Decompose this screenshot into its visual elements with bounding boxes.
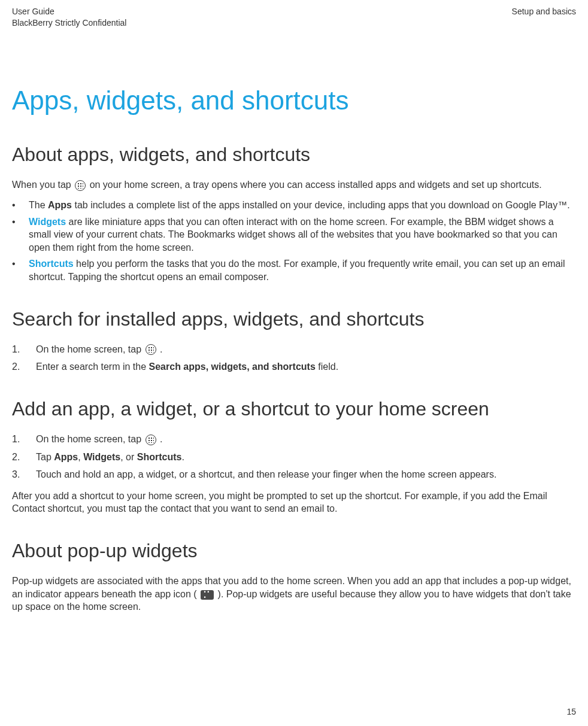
about-bullet-3: • Shortcuts help you perform the tasks t… bbox=[12, 257, 576, 283]
popup-paragraph: Pop-up widgets are associated with the a… bbox=[12, 575, 576, 613]
bullet-tail: are like miniature apps that you can oft… bbox=[29, 217, 557, 253]
bullet-content: Shortcuts help you perform the tasks tha… bbox=[29, 257, 576, 283]
add-after-note: After you add a shortcut to your home sc… bbox=[12, 490, 576, 515]
step-content: Touch and hold an app, a widget, or a sh… bbox=[36, 468, 576, 481]
step-pre: On the home screen, tap bbox=[36, 344, 144, 354]
popup-indicator-icon bbox=[201, 590, 214, 600]
step-number: 3. bbox=[12, 468, 36, 481]
header-left: User Guide BlackBerry Strictly Confident… bbox=[12, 6, 126, 29]
main-title: Apps, widgets, and shortcuts bbox=[12, 83, 576, 118]
bullet-tail: help you perform the tasks that you do t… bbox=[29, 259, 565, 282]
apps-tray-icon bbox=[146, 344, 156, 355]
section-search-title: Search for installed apps, widgets, and … bbox=[12, 306, 576, 332]
sep1: , bbox=[78, 452, 83, 462]
add-step-2: 2. Tap Apps, Widgets, or Shortcuts. bbox=[12, 451, 576, 464]
about-intro-post: on your home screen, a tray opens where … bbox=[90, 180, 542, 190]
add-step-1: 1. On the home screen, tap . bbox=[12, 433, 576, 446]
b3: Shortcuts bbox=[137, 452, 182, 462]
step-content: Enter a search term in the Search apps, … bbox=[36, 360, 576, 373]
add-steps: 1. On the home screen, tap . 2. Tap Apps… bbox=[12, 433, 576, 481]
about-intro-pre: When you tap bbox=[12, 180, 74, 190]
section-popup-title: About pop-up widgets bbox=[12, 538, 576, 564]
section-add-title: Add an app, a widget, or a shortcut to y… bbox=[12, 396, 576, 422]
lead-pre: The bbox=[29, 200, 48, 210]
header-left-line1: User Guide bbox=[12, 6, 126, 17]
apps-tray-icon bbox=[75, 180, 86, 191]
page-number: 15 bbox=[566, 706, 576, 718]
search-step-1: 1. On the home screen, tap . bbox=[12, 343, 576, 356]
step-content: Tap Apps, Widgets, or Shortcuts. bbox=[36, 451, 576, 464]
page-header: User Guide BlackBerry Strictly Confident… bbox=[12, 6, 576, 29]
bullet-icon: • bbox=[12, 199, 29, 212]
add-step-3: 3. Touch and hold an app, a widget, or a… bbox=[12, 468, 576, 481]
step-post: field. bbox=[316, 362, 338, 372]
step-content: On the home screen, tap . bbox=[36, 343, 576, 356]
step-pre: On the home screen, tap bbox=[36, 434, 144, 444]
lead-bold-blue: Widgets bbox=[29, 217, 66, 227]
step-bold: Search apps, widgets, and shortcuts bbox=[149, 362, 316, 372]
lead-bold-blue: Shortcuts bbox=[29, 259, 74, 269]
step-post: . bbox=[181, 452, 184, 462]
bullet-content: Widgets are like miniature apps that you… bbox=[29, 215, 576, 254]
b2: Widgets bbox=[83, 452, 120, 462]
step-pre: Enter a search term in the bbox=[36, 362, 149, 372]
about-bullet-1: • The Apps tab includes a complete list … bbox=[12, 199, 576, 212]
apps-tray-icon bbox=[146, 435, 156, 445]
about-intro: When you tap on your home screen, a tray… bbox=[12, 178, 576, 192]
about-bullet-list: • The Apps tab includes a complete list … bbox=[12, 199, 576, 284]
sep2: , or bbox=[120, 452, 137, 462]
step-post: . bbox=[160, 344, 162, 354]
search-step-2: 2. Enter a search term in the Search app… bbox=[12, 360, 576, 373]
step-number: 2. bbox=[12, 360, 36, 373]
bullet-content: The Apps tab includes a complete list of… bbox=[29, 199, 576, 212]
step-post: . bbox=[160, 434, 162, 444]
header-left-line2: BlackBerry Strictly Confidential bbox=[12, 17, 126, 29]
about-bullet-2: • Widgets are like miniature apps that y… bbox=[12, 215, 576, 254]
header-right: Setup and basics bbox=[512, 6, 576, 29]
bullet-icon: • bbox=[12, 215, 29, 254]
step-pre: Tap bbox=[36, 452, 54, 462]
step-content: On the home screen, tap . bbox=[36, 433, 576, 446]
step-number: 2. bbox=[12, 451, 36, 464]
section-about-title: About apps, widgets, and shortcuts bbox=[12, 142, 576, 168]
step-number: 1. bbox=[12, 433, 36, 446]
bullet-tail: tab includes a complete list of the apps… bbox=[72, 200, 570, 210]
b1: Apps bbox=[54, 452, 78, 462]
search-steps: 1. On the home screen, tap . 2. Enter a … bbox=[12, 343, 576, 373]
step-number: 1. bbox=[12, 343, 36, 356]
bullet-icon: • bbox=[12, 257, 29, 283]
lead-bold: Apps bbox=[48, 200, 72, 210]
